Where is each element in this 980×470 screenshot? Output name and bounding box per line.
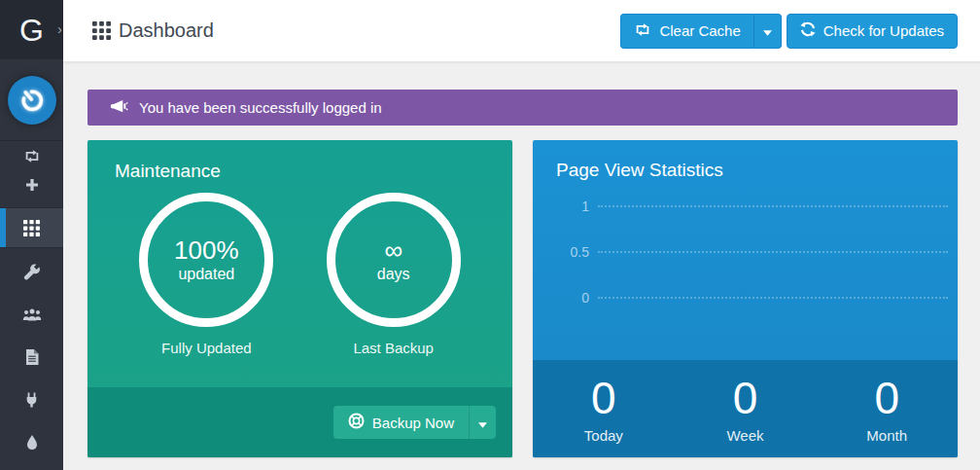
caret-down-icon [478, 415, 487, 431]
update-gauge: 100% updated Fully Updated [138, 193, 274, 356]
backup-gauge-circle: ∞ days [327, 193, 461, 327]
maintenance-footer: Backup Now [88, 387, 512, 457]
gridline [598, 297, 948, 299]
backup-gauge-label: Last Backup [353, 340, 434, 356]
retweet-icon [634, 22, 651, 39]
counter-month-value: 0 [874, 376, 899, 420]
sidebar-item-add[interactable] [0, 170, 63, 199]
statistics-title: Page View Statistics [556, 160, 948, 181]
clear-cache-button-group: Clear Cache [620, 14, 781, 49]
retweet-icon [23, 150, 41, 163]
counter-today-value: 0 [591, 376, 616, 420]
sidebar-item-plugins[interactable] [0, 379, 63, 421]
counter-month-label: Month [866, 427, 907, 444]
sidebar: G › [0, 0, 63, 470]
maintenance-body: Maintenance 100% updated Fully Updated [88, 140, 512, 387]
y-axis-tick: 0 [554, 290, 589, 306]
login-notification-banner: You have been successfully logged in [88, 90, 958, 126]
backup-now-label: Backup Now [372, 415, 454, 431]
backup-dropdown-button[interactable] [469, 406, 496, 439]
maintenance-card: Maintenance 100% updated Fully Updated [88, 140, 512, 457]
users-icon [22, 307, 42, 322]
maintenance-title: Maintenance [115, 161, 512, 182]
sidebar-item-pages[interactable] [0, 336, 63, 379]
droplet-icon [26, 435, 38, 451]
plug-icon [24, 392, 39, 408]
notification-message: You have been successfully logged in [139, 99, 382, 116]
file-icon [25, 349, 39, 365]
statistics-footer: 0 Today 0 Week 0 Month [533, 360, 958, 457]
counter-today-label: Today [584, 427, 623, 444]
chart-row: 0 [554, 288, 948, 307]
logo-letter: G [19, 15, 44, 46]
power-logo-icon [8, 76, 56, 125]
sidebar-logo[interactable]: G › [0, 0, 63, 59]
sidebar-item-theme[interactable] [0, 421, 63, 464]
wrench-icon [23, 264, 40, 280]
page-view-statistics-card: Page View Statistics 1 0.5 0 [533, 140, 958, 457]
main-column: Dashboard Clear Cache [63, 0, 980, 470]
grid-icon [23, 220, 40, 236]
sidebar-nav [0, 141, 63, 464]
sidebar-item-settings[interactable] [0, 250, 63, 293]
counter-week: 0 Week [675, 374, 817, 444]
bullhorn-icon [110, 99, 128, 117]
plus-icon [25, 178, 39, 192]
backup-gauge-unit: days [377, 265, 410, 283]
sidebar-item-dashboard[interactable] [0, 207, 63, 248]
page-title: Dashboard [92, 19, 214, 42]
clear-cache-label: Clear Cache [659, 22, 740, 39]
backup-gauge: ∞ days Last Backup [326, 193, 462, 356]
update-gauge-value: 100% [174, 236, 239, 265]
y-axis-tick: 0.5 [554, 244, 589, 260]
refresh-icon [800, 21, 816, 40]
life-ring-icon [348, 413, 365, 432]
content: You have been successfully logged in Mai… [63, 62, 980, 470]
counter-today: 0 Today [533, 374, 675, 444]
sidebar-item-refresh[interactable] [0, 141, 63, 170]
counter-week-value: 0 [733, 376, 758, 420]
sidebar-collapse-chevron-icon[interactable]: › [57, 20, 62, 37]
maintenance-gauges: 100% updated Fully Updated ∞ days [88, 193, 512, 356]
header-actions: Clear Cache [620, 14, 958, 49]
app-window: G › [0, 0, 980, 470]
header: Dashboard Clear Cache [63, 0, 980, 62]
chart-row: 1 [554, 197, 948, 216]
update-gauge-unit: updated [178, 265, 234, 283]
page-title-text: Dashboard [119, 19, 214, 42]
caret-down-icon [763, 22, 772, 39]
update-gauge-circle: 100% updated [139, 193, 273, 327]
sidebar-brand [0, 59, 63, 141]
update-gauge-label: Fully Updated [161, 340, 252, 356]
grid-icon [92, 21, 111, 40]
gridline [598, 205, 948, 207]
clear-cache-dropdown-button[interactable] [753, 14, 782, 49]
check-updates-label: Check for Updates [823, 22, 944, 39]
clear-cache-button[interactable]: Clear Cache [620, 14, 752, 49]
counter-month: 0 Month [816, 374, 958, 444]
backup-now-button[interactable]: Backup Now [333, 406, 469, 439]
backup-gauge-value: ∞ [384, 236, 402, 265]
y-axis-tick: 1 [554, 199, 589, 214]
dashboard-cards: Maintenance 100% updated Fully Updated [88, 140, 958, 457]
gridline [598, 251, 948, 253]
page-view-chart: 1 0.5 0 [554, 197, 948, 307]
chart-row: 0.5 [554, 242, 948, 262]
check-updates-button[interactable]: Check for Updates [787, 14, 958, 49]
sidebar-item-users[interactable] [0, 293, 63, 336]
backup-button-group: Backup Now [333, 406, 496, 439]
counter-week-label: Week [726, 427, 763, 444]
statistics-body: Page View Statistics 1 0.5 0 [533, 140, 958, 360]
